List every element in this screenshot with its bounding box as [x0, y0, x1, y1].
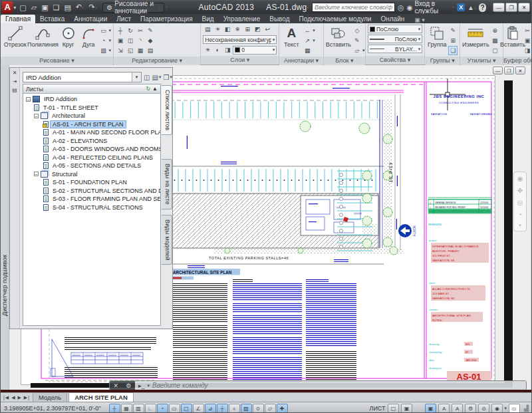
measure-button[interactable]: Измерить [462, 25, 489, 48]
sheets-header[interactable]: Листы ↻▲ [23, 84, 160, 94]
panel-label-utilities[interactable]: Утилиты ▾ [460, 57, 503, 65]
tree-item-root[interactable]: –IRD Addition [23, 95, 160, 104]
tree-item-sheet[interactable]: S-04 - STRUCTURAL SECTIONS [23, 204, 160, 212]
tree-item-sheet[interactable]: S-01 - FOUNDATION PLAN [23, 178, 160, 187]
app-logo[interactable]: A [2, 1, 13, 13]
navigation-bar[interactable]: ◉ ✥ ◎ ◔ ▾ [513, 172, 527, 231]
group-edit-icon[interactable]: ⊞ [448, 36, 458, 45]
tab-parametric[interactable]: Параметризация [136, 15, 198, 23]
tree-item-sheet[interactable]: A-05 - SECTIONS AND DETAILS [23, 162, 160, 170]
help-icon[interactable]: ? [479, 3, 486, 12]
panel-label-block[interactable]: Блок ▾ [324, 57, 365, 65]
model-space-button[interactable]: ▢ [388, 404, 399, 413]
sun-icon[interactable]: ◐ [213, 45, 222, 55]
line-button[interactable]: Отрезок [3, 25, 27, 48]
workspace-gear-icon[interactable]: ⚙ [465, 404, 476, 413]
tab-sheet-views[interactable]: Виды на листе [162, 159, 172, 209]
lock-ui-icon[interactable]: ⊝ [478, 404, 489, 413]
lineweight-dropdown[interactable]: ПоСлою▾ [368, 35, 422, 43]
search-input[interactable] [312, 3, 395, 12]
erase-icon[interactable]: ✎ [146, 26, 155, 35]
layer-lock-icon[interactable]: ⊞ [243, 25, 252, 34]
close-button[interactable]: ✕ [518, 3, 530, 12]
polar-toggle[interactable]: ◔ [157, 404, 168, 413]
steering-wheel-icon[interactable]: ◉ [517, 175, 523, 182]
tree-item-sheet[interactable]: A-01 - MAIN AND SECOND FLOOR PLAN [23, 128, 160, 137]
quick-calc-icon[interactable]: ▩ [490, 36, 499, 45]
tab-layout[interactable]: Лист [112, 15, 136, 23]
pan-icon[interactable]: ✥ [517, 187, 523, 194]
tab-model-views[interactable]: Виды моделей [162, 215, 172, 265]
minimize-button[interactable]: — [493, 3, 505, 12]
panel-label-clipboard[interactable]: Буфер обмена [503, 57, 531, 65]
linetype-dropdown[interactable]: BYLAY...▾ [368, 45, 422, 53]
snap-toggle[interactable]: ┼ [109, 404, 120, 413]
rotate-icon[interactable]: ↻ [126, 26, 135, 35]
layout-space-button[interactable]: ▣ [401, 404, 412, 413]
quickprop-toggle[interactable]: ▱ [265, 404, 276, 413]
undo-icon[interactable]: ↶▾ [74, 1, 86, 13]
cycling-toggle[interactable]: ✚ [277, 404, 288, 413]
tree-item-sheet-selected[interactable]: AS-01 - ARCH SITE PLAN [23, 120, 160, 129]
osnap3d-toggle[interactable]: ▭ [169, 404, 180, 413]
cut-icon[interactable]: ✂ [523, 26, 532, 35]
rectangle-icon[interactable]: ▭ [98, 26, 108, 35]
move-icon[interactable]: ┼ [116, 26, 125, 35]
panel-label-groups[interactable]: Группы ▾ [425, 57, 460, 65]
ortho-toggle[interactable]: ∟ [145, 404, 156, 413]
tree-item-group[interactable]: –Structural [23, 170, 160, 179]
dyninput-toggle[interactable]: ＋ [229, 404, 240, 413]
panel-label-layers[interactable]: Слои ▾ [201, 56, 279, 65]
polyline-button[interactable]: Полилиния [29, 25, 57, 48]
exchange-apps-icon[interactable]: X [457, 3, 464, 11]
quick-select-icon[interactable]: ⊕ [490, 26, 499, 35]
text-button[interactable]: A Текст [281, 25, 301, 48]
tab-arch-site-plan[interactable]: ARCH SITE PLAN [68, 392, 134, 402]
osnap-toggle[interactable]: ▢ [181, 404, 192, 413]
app-status-menu-icon[interactable]: ▾ [505, 406, 507, 411]
layer-freeze-icon[interactable]: ❄ [233, 25, 242, 34]
group-button[interactable]: Группа [427, 25, 447, 48]
layer-isolate-icon[interactable]: ◧ [223, 25, 232, 34]
unlock-icon[interactable]: ◨ [223, 45, 232, 55]
transparency-toggle[interactable]: 0 [253, 404, 264, 413]
print-icon[interactable]: ▤ [63, 2, 72, 13]
tree-item-sheet[interactable]: A-03 - DOORS WINDOWS AND ROOMS [23, 145, 160, 154]
hatch-icon[interactable]: ▨ [98, 46, 108, 55]
bulb-icon[interactable]: ☀ [203, 45, 212, 55]
tab-manage[interactable]: Управление [219, 15, 265, 23]
annotation-visibility-icon[interactable]: A [452, 404, 463, 413]
copy-icon[interactable]: ▣ [116, 36, 125, 45]
layer-off-icon[interactable]: ☀ [213, 25, 222, 34]
save-icon[interactable]: ▣ [40, 2, 49, 13]
doc-restore-button[interactable]: ❐ [504, 67, 514, 74]
command-input[interactable]: ▸_ ▾ Введите команду [135, 381, 526, 390]
app-menu-arrow-icon[interactable]: ▾ [13, 5, 16, 11]
viewport-maximize-button[interactable]: ▣ [425, 404, 436, 413]
object-color-dropdown[interactable]: ПоСлою▾ [368, 25, 422, 33]
open-icon[interactable]: ▱ [30, 2, 38, 13]
infocenter-toggle-icon[interactable]: ▸ [307, 5, 310, 10]
match-props-icon[interactable]: ◨ [523, 46, 532, 55]
isolate-objects-icon[interactable]: ◉ [491, 404, 503, 413]
ribbon-minimize-icon[interactable]: ▣ ▾ [414, 17, 425, 23]
qat-customize-icon[interactable]: ▾ [164, 2, 170, 13]
layer-prev-icon[interactable]: ↩ [263, 25, 272, 34]
sheetset-refresh-button[interactable]: ◫ [144, 74, 150, 81]
ellipse-icon[interactable]: ◔ [98, 36, 108, 45]
tree-item-sheet[interactable]: T-01 - TITLE SHEET [23, 104, 160, 112]
command-close-icon[interactable]: ✕ [114, 382, 119, 389]
tab-annotate[interactable]: Аннотации [69, 15, 112, 23]
maximize-button[interactable]: ❐ [505, 3, 517, 12]
publish-button[interactable]: ▤▾ [152, 74, 162, 81]
signin-button[interactable]: ◉ Вход в службы ▾ [407, 0, 455, 15]
table-icon[interactable]: ▦ [303, 46, 312, 55]
circle-button[interactable]: Круг [58, 25, 78, 48]
tab-insert[interactable]: Вставка [35, 15, 69, 23]
tree-item-sheet[interactable]: S-03 - FLOOR FRAMING PLAN AND SECTIONS [23, 195, 160, 204]
angle-toggle[interactable]: ∠ [193, 404, 204, 413]
palette-close-icon[interactable]: ✕ [11, 69, 19, 76]
create-block-icon[interactable]: ◇ [352, 26, 362, 35]
panel-label-draw[interactable]: Рисование ▾ [1, 57, 113, 65]
refresh-icon[interactable]: ↻ [146, 86, 150, 92]
